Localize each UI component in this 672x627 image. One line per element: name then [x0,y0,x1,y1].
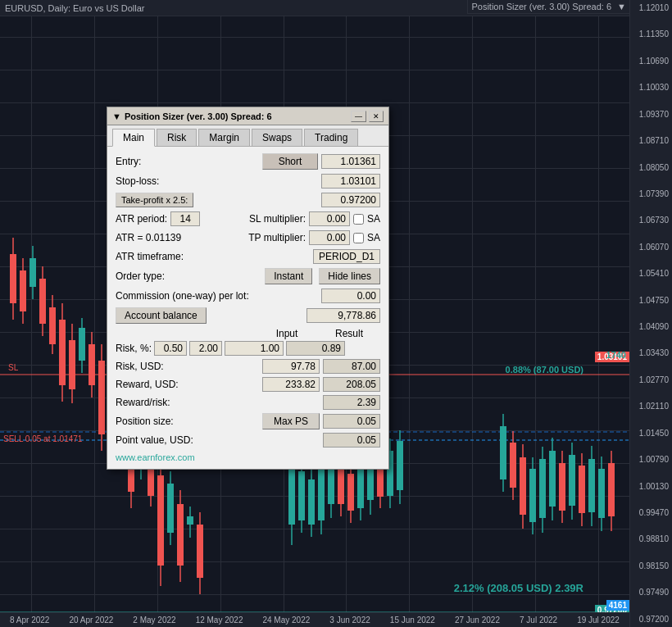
tab-swaps[interactable]: Swaps [252,129,302,146]
risk-pct-row: Risk, %: [116,341,380,356]
svg-rect-130 [598,469,605,518]
time-label-3: 2 May 2022 [133,616,175,625]
svg-rect-4 [10,254,16,303]
risk-pct-max-input[interactable] [189,341,222,356]
svg-rect-31 [98,361,105,434]
svg-rect-82 [347,474,354,511]
hide-lines-button[interactable]: Hide lines [319,268,380,284]
atr-timeframe-label: ATR timeframe: [116,251,184,262]
stoploss-label: Stop-loss: [116,175,159,187]
price-label-21: 0.98810 [632,534,670,543]
ps-corner-icon: ▼ [617,2,626,11]
time-label-5: 24 May 2022 [262,616,310,625]
tp-multiplier-input[interactable] [309,230,350,245]
risk-pct-min-input[interactable] [154,341,187,356]
bottom-price-box: 4161 [606,600,629,611]
svg-rect-61 [197,525,203,578]
tab-bar: Main Risk Margin Swaps Trading [107,125,388,147]
chart-title: EURUSD, Daily: Euro vs US Dollar [5,3,145,13]
time-label-9: 7 Jul 2022 [520,616,557,625]
price-label-3: 1.10690 [632,57,670,66]
price-label-22: 0.98150 [632,561,670,570]
ps-corner-label: Position Sizer (ver. 3.00) Spread: 6 ▼ [467,0,629,14]
point-value-result [323,433,380,448]
price-label-18: 1.00790 [632,455,670,464]
risk-usd-input[interactable] [262,359,320,374]
svg-rect-10 [30,258,36,287]
sell-annotation: SELL 0.05 at 1.01471 [3,434,82,443]
bottom-annotation: 2.12% (208.05 USD) 2.39R [454,582,583,594]
price-label-1: 1.12010 [632,3,670,12]
account-balance-row: Account balance [116,307,380,324]
price-label-12: 1.04750 [632,296,670,305]
price-label-13: 1.04090 [632,322,670,331]
atr-period-input[interactable] [170,211,200,226]
tp-sa-checkbox[interactable] [353,233,364,243]
tab-risk[interactable]: Risk [157,129,197,146]
atr-timeframe-row: ATR timeframe: PERIOD_D1 [116,249,380,264]
max-ps-button[interactable]: Max PS [262,413,320,429]
commission-input[interactable] [321,289,380,303]
time-label-1: 8 Apr 2022 [10,616,49,625]
time-axis: 8 Apr 2022 20 Apr 2022 2 May 2022 12 May… [0,612,629,627]
svg-rect-115 [549,451,556,507]
svg-rect-13 [39,279,46,324]
tp-multiplier-label: TP multiplier: [248,232,306,243]
order-type-row: Order type: Instant Hide lines [116,268,380,284]
svg-rect-70 [308,479,315,525]
reward-usd-label: Reward, USD: [116,379,261,390]
svg-rect-103 [510,443,516,488]
risk-pct-label: Risk, %: [116,343,152,354]
dialog-title-arrow: ▼ [112,111,121,121]
svg-rect-133 [608,463,615,516]
account-balance-button[interactable]: Account balance [116,307,207,324]
price-axis: 1.12010 1.11350 1.10690 1.10030 1.09370 … [629,0,672,627]
price-label-4: 1.10030 [632,83,670,92]
dialog-title: ▼ Position Sizer (ver. 3.00) Spread: 6 [112,111,272,121]
svg-rect-121 [569,455,575,506]
commission-row: Commission (one-way) per lot: [116,289,380,303]
svg-rect-49 [157,475,164,566]
stoploss-row: Stop-loss: [116,174,380,189]
svg-rect-55 [177,504,184,566]
svg-rect-19 [59,320,66,385]
svg-rect-73 [318,463,325,520]
stoploss-input[interactable] [321,174,380,189]
atr-timeframe-value: PERIOD_D1 [313,249,380,264]
takeprofit-button[interactable]: Take-profit x 2.5: [116,193,193,207]
svg-text:SL: SL [8,363,19,372]
entry-direction-button[interactable]: Short [262,153,318,170]
svg-rect-16 [49,307,56,344]
entry-label: Entry: [116,156,141,167]
account-balance-input[interactable] [306,308,380,323]
price-label-17: 1.01450 [632,429,670,438]
svg-rect-112 [539,459,546,518]
sl-multiplier-input[interactable] [309,211,350,226]
order-type-label: Order type: [116,270,165,282]
sl-sa-checkbox[interactable] [353,214,364,225]
reward-usd-input[interactable] [262,377,320,392]
tab-main[interactable]: Main [112,129,155,147]
close-button[interactable]: ✕ [369,111,384,122]
reward-risk-row: Reward/risk: [116,395,380,410]
svg-rect-100 [500,426,506,479]
risk-usd-result [323,359,380,374]
tab-trading[interactable]: Trading [304,129,358,146]
entry-value-input[interactable] [321,154,380,169]
price-label-11: 1.05410 [632,269,670,278]
position-size-result [323,414,380,429]
time-label-7: 15 Jun 2022 [390,616,435,625]
minimize-button[interactable]: — [351,111,366,122]
order-type-button[interactable]: Instant [265,268,312,284]
svg-rect-124 [579,466,585,513]
atr-period-label: ATR period: [116,213,167,225]
risk-pct-input[interactable] [225,341,284,356]
tab-margin[interactable]: Margin [198,129,250,146]
sl-annotation: 0.88% (87.00 USD) [506,365,583,375]
time-label-4: 12 May 2022 [196,616,243,625]
time-label-6: 3 Jun 2022 [329,616,370,625]
footer-link[interactable]: www.earnforex.com [116,452,380,462]
price-label-8: 1.07390 [632,189,670,198]
price-label-24: 0.97200 [632,615,670,624]
takeprofit-input[interactable] [321,193,380,207]
